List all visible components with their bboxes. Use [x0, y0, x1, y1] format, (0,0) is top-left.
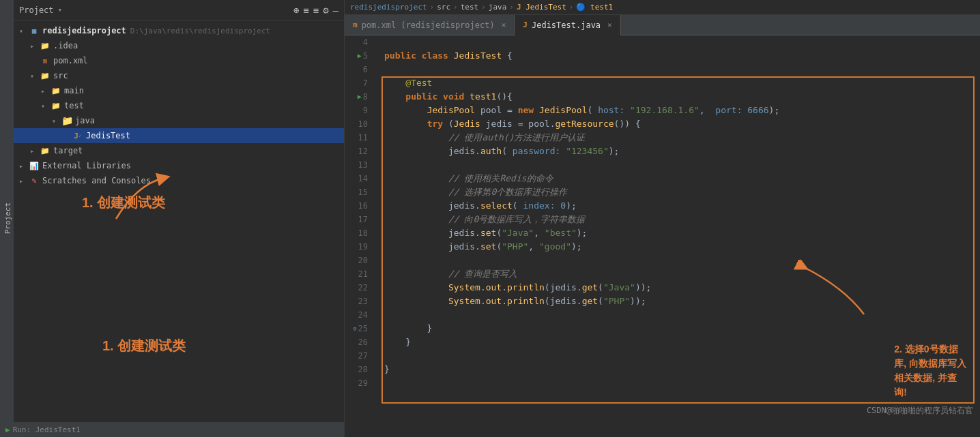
tree-arrow-main	[41, 87, 49, 95]
sidebar-title: Project ▾	[19, 5, 62, 15]
ln-21: 21	[345, 267, 373, 281]
tab-pom[interactable]: m pom.xml (redisjedisproject) ✕	[345, 15, 515, 35]
folder-main-icon: 📁	[51, 85, 61, 96]
ln-5: ▶5	[345, 49, 373, 63]
ln-19: 19	[345, 240, 373, 254]
tree-item-idea[interactable]: 📁 .idea	[14, 38, 344, 53]
tree-label-main: main	[64, 86, 84, 95]
tree-label-scratches: Scratches and Consoles	[42, 176, 151, 185]
tree-arrow-target	[30, 147, 38, 155]
settings-icon[interactable]: ⚙	[323, 5, 328, 16]
code-line-25: }	[384, 322, 980, 335]
breadcrumb-test: test	[461, 3, 479, 12]
ln-29: 29	[345, 376, 373, 390]
folder-java-icon: 📁	[61, 115, 72, 126]
code-line-18: jedis.set("Java", "best");	[384, 226, 980, 240]
run-gutter-5[interactable]: ▶	[358, 49, 362, 63]
tree-label-root: redisjedisproject	[42, 26, 126, 35]
annotation-1-label: 1. 创建测试类	[82, 194, 165, 212]
code-line-20	[384, 254, 980, 267]
tab-pom-label: pom.xml (redisjedisproject)	[362, 20, 495, 30]
tree-item-test[interactable]: 📁 test	[14, 98, 344, 113]
code-line-11: // 使用auth()方法进行用户认证	[384, 131, 980, 145]
project-tab-label[interactable]: Project	[2, 197, 14, 239]
tab-jedistest-close[interactable]: ✕	[607, 20, 612, 29]
code-content: public class JedisTest { @Test public vo…	[379, 35, 980, 437]
folder-test-icon: 📁	[51, 100, 61, 111]
tree-label-pom: pom.xml	[53, 56, 88, 65]
tree-item-pom[interactable]: m pom.xml	[14, 53, 344, 68]
tab-jedistest[interactable]: J JedisTest.java ✕	[515, 15, 620, 35]
sidebar-header: Project ▾ ⊕ ≡ ≡ ⚙ —	[0, 0, 344, 20]
ln-27: 27	[345, 349, 373, 363]
ln-9: 9	[345, 104, 373, 117]
libs-icon: 📊	[29, 160, 40, 171]
code-line-27	[384, 349, 980, 363]
tree-arrow-ext-libs	[19, 162, 27, 170]
code-line-9: JedisPool pool = new JedisPool( host: "1…	[384, 104, 980, 117]
tree-item-root[interactable]: ■ redisjedisproject D:\java\redis\redisj…	[14, 23, 344, 38]
code-line-19: jedis.set("PHP", "good");	[384, 240, 980, 254]
code-line-4	[384, 35, 980, 49]
sidebar: Project Project ▾ ⊕ ≡ ≡ ⚙ — ■ redisjedis…	[0, 0, 345, 437]
expand-icon[interactable]: ≡	[313, 5, 319, 16]
scratches-icon: ✎	[29, 175, 40, 186]
tree-arrow-root	[19, 27, 27, 35]
tab-pom-close[interactable]: ✕	[502, 20, 506, 29]
tree-item-target[interactable]: 📁 target	[14, 143, 344, 158]
code-line-15: // 选择第0个数据库进行操作	[384, 185, 980, 199]
folder-idea-icon: 📁	[40, 40, 51, 51]
ln-17: 17	[345, 213, 373, 226]
ln-12: 12	[345, 145, 373, 158]
code-line-14: // 使用相关Redis的命令	[384, 172, 980, 185]
tree-label-target: target	[53, 146, 83, 155]
watermark: CSDN@啪啪啪的程序员钻石官	[867, 405, 973, 417]
locate-icon[interactable]: ⊕	[293, 5, 299, 16]
code-line-16: jedis.select( index: 0);	[384, 199, 980, 213]
code-line-8: public void test1(){	[384, 90, 980, 104]
breadcrumb-project: redisjedisproject	[350, 3, 427, 12]
code-line-26: }	[384, 335, 980, 349]
code-line-5: public class JedisTest {	[384, 49, 980, 63]
ln-23: 23	[345, 295, 373, 308]
project-label: Project	[19, 5, 54, 15]
breadcrumb: redisjedisproject › src › test › java › …	[345, 0, 980, 15]
tree-label-test: test	[64, 101, 84, 110]
sidebar-action-icons: ⊕ ≡ ≡ ⚙ —	[293, 5, 338, 16]
tree-item-src[interactable]: 📁 src	[14, 68, 344, 83]
tree-arrow-java	[52, 117, 60, 125]
fold-25[interactable]: ⊖	[353, 322, 356, 335]
tree-item-jedistest[interactable]: J ✓ JedisTest	[14, 128, 344, 143]
tree-arrow-test	[41, 102, 49, 110]
tree-label-jedistest: JedisTest	[86, 131, 130, 140]
tree-item-java[interactable]: 📁 java	[14, 113, 344, 128]
minimize-icon[interactable]: —	[333, 5, 338, 16]
ln-13: 13	[345, 158, 373, 172]
ln-25: ⊖25	[345, 322, 373, 335]
folder-src-icon: 📁	[40, 70, 51, 81]
tree-item-main[interactable]: 📁 main	[14, 83, 344, 98]
ln-8: ▶8	[345, 90, 373, 104]
run-icon: ▶	[5, 425, 10, 434]
annotation-2-text: 2. 选择0号数据库, 向数据库写入相关数据, 并查询!	[894, 342, 966, 400]
tree-item-ext-libs[interactable]: 📊 External Libraries	[14, 158, 344, 173]
collapse-icon[interactable]: ≡	[303, 5, 308, 16]
tree-item-scratches[interactable]: ✎ Scratches and Consoles	[14, 173, 344, 188]
pom-tab-icon: m	[353, 20, 358, 29]
breadcrumb-java: java	[489, 3, 507, 12]
dropdown-arrow[interactable]: ▾	[58, 5, 63, 14]
line-numbers: 4 ▶5 6 7 ▶8 9 10 11 12 13 14 15 16 17 18…	[345, 35, 379, 437]
tree-label-idea: .idea	[53, 41, 78, 50]
project-icon: ■	[29, 25, 40, 36]
status-bar: ▶ Run: JedisTest1	[0, 422, 344, 437]
code-line-10: try (Jedis jedis = pool.getResource()) {	[384, 117, 980, 131]
tab-bar: m pom.xml (redisjedisproject) ✕ J JedisT…	[345, 15, 980, 35]
ln-4: 4	[345, 35, 373, 49]
ln-26: 26	[345, 335, 373, 349]
tree-label-ext-libs: External Libraries	[42, 161, 131, 170]
run-gutter-8[interactable]: ▶	[358, 90, 362, 104]
ln-7: 7	[345, 76, 373, 90]
code-line-7: @Test	[384, 76, 980, 90]
code-editor: 4 ▶5 6 7 ▶8 9 10 11 12 13 14 15 16 17 18…	[345, 35, 980, 437]
code-line-12: jedis.auth( password: "123456");	[384, 145, 980, 158]
